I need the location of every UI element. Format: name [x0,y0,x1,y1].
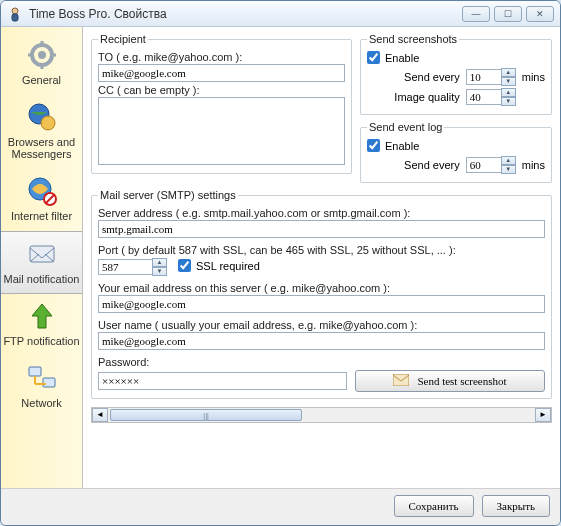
sidebar-item-internet-filter[interactable]: Internet filter [1,169,82,231]
send-test-button[interactable]: Send test screenshot [355,370,545,392]
port-input[interactable] [98,259,153,275]
sidebar-item-mail[interactable]: Mail notification [1,231,82,295]
sidebar-item-browsers[interactable]: Browsers and Messengers [1,95,82,169]
horizontal-scrollbar[interactable]: ◄ ||| ► [91,407,552,423]
email-label: Your email address on this server ( e.g.… [98,282,545,294]
server-input[interactable] [98,220,545,238]
pass-input[interactable] [98,372,347,390]
main-panel: Recipient TO ( e.g. mike@yahoo.com ): CC… [83,27,560,488]
window-title: Time Boss Pro. Свойства [29,7,462,21]
to-label: TO ( e.g. mike@yahoo.com ): [98,51,345,63]
quality-label: Image quality [394,91,459,103]
sidebar-item-ftp[interactable]: FTP notification [1,294,82,356]
eventlog-interval-input[interactable] [466,157,502,173]
sidebar-item-network[interactable]: Network [1,356,82,418]
screenshots-interval-input[interactable] [466,69,502,85]
recipient-group: Recipient TO ( e.g. mike@yahoo.com ): CC… [91,33,352,174]
screenshots-enable-checkbox[interactable] [367,51,380,64]
spin-up[interactable]: ▲ [501,68,516,77]
svg-rect-13 [30,246,54,262]
screenshots-group: Send screenshots Enable Send every ▲▼ mi… [360,33,552,115]
eventlog-group: Send event log Enable Send every ▲▼ mins [360,121,552,183]
spin-down[interactable]: ▼ [501,165,516,174]
spin-up[interactable]: ▲ [152,258,167,267]
recipient-legend: Recipient [98,33,148,45]
sidebar-item-label: Browsers and Messengers [3,136,80,161]
email-input[interactable] [98,295,545,313]
user-input[interactable] [98,332,545,350]
footer: Сохранить Закрыть [1,488,560,525]
eventlog-legend: Send event log [367,121,444,133]
close-button-footer[interactable]: Закрыть [482,495,550,517]
scroll-right-icon[interactable]: ► [535,408,551,422]
envelope-icon [26,238,58,270]
server-label: Server address ( e.g. smtp.mail.yahoo.co… [98,207,545,219]
sidebar-item-general[interactable]: General [1,33,82,95]
globe-icon [26,101,58,133]
svg-rect-15 [43,378,55,387]
sidebar: General Browsers and Messengers Internet… [1,27,83,488]
maximize-button[interactable]: ☐ [494,6,522,22]
screenshots-legend: Send screenshots [367,33,459,45]
spin-down[interactable]: ▼ [501,97,516,106]
window: Time Boss Pro. Свойства — ☐ ✕ General Br… [0,0,561,526]
gear-icon [26,39,58,71]
network-icon [26,362,58,394]
cc-label: CC ( can be empty ): [98,84,345,96]
smtp-legend: Mail server (SMTP) settings [98,189,238,201]
send-test-label: Send test screenshot [417,375,506,387]
spin-up[interactable]: ▲ [501,88,516,97]
smtp-group: Mail server (SMTP) settings Server addre… [91,189,552,399]
pass-label: Password: [98,356,545,368]
scroll-left-icon[interactable]: ◄ [92,408,108,422]
spin-up[interactable]: ▲ [501,156,516,165]
sidebar-item-label: Internet filter [11,210,72,223]
port-label: Port ( by default 587 with SSL, can be 4… [98,244,545,256]
mins-label: mins [522,159,545,171]
eventlog-sendevery-label: Send every [404,159,460,171]
sidebar-item-label: Mail notification [4,273,80,286]
sidebar-item-label: FTP notification [3,335,79,348]
ssl-label: SSL required [196,260,260,272]
app-icon [7,6,23,22]
user-label: User name ( usually your email address, … [98,319,545,331]
minimize-button[interactable]: — [462,6,490,22]
ssl-checkbox[interactable] [178,259,191,272]
svg-rect-1 [12,14,18,21]
screenshots-enable-label: Enable [385,52,419,64]
quality-input[interactable] [466,89,502,105]
envelope-icon [393,374,409,388]
mins-label: mins [522,71,545,83]
svg-point-9 [41,116,55,130]
sidebar-item-label: Network [21,397,61,410]
sidebar-item-label: General [22,74,61,87]
eventlog-enable-checkbox[interactable] [367,139,380,152]
svg-rect-18 [393,374,409,386]
svg-point-0 [12,8,18,14]
upload-arrow-icon [26,300,58,332]
screenshots-sendevery-label: Send every [404,71,460,83]
close-button[interactable]: ✕ [526,6,554,22]
spin-down[interactable]: ▼ [501,77,516,86]
ie-blocked-icon [26,175,58,207]
svg-rect-14 [29,367,41,376]
scroll-thumb[interactable]: ||| [110,409,302,421]
eventlog-enable-label: Enable [385,140,419,152]
svg-point-3 [38,51,46,59]
titlebar: Time Boss Pro. Свойства — ☐ ✕ [1,1,560,27]
spin-down[interactable]: ▼ [152,267,167,276]
to-input[interactable] [98,64,345,82]
cc-input[interactable] [98,97,345,165]
save-button[interactable]: Сохранить [394,495,474,517]
